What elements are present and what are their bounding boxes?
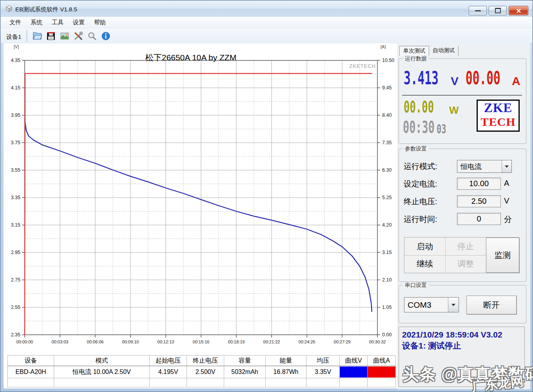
col-device: 设备 bbox=[8, 356, 54, 366]
elapsed-time-display: 00:30 bbox=[403, 118, 435, 137]
power-display: 00.00 bbox=[404, 98, 434, 116]
svg-text:3.15: 3.15 bbox=[11, 222, 20, 228]
resume-button[interactable]: 继续 bbox=[404, 255, 446, 272]
image-export-icon bbox=[60, 31, 70, 41]
col-curve-v: 曲线V bbox=[340, 356, 368, 366]
svg-text:00:03:03: 00:03:03 bbox=[52, 339, 69, 344]
cutoff-voltage-label: 终止电压: bbox=[404, 196, 437, 207]
svg-text:00:18:19: 00:18:19 bbox=[228, 339, 245, 344]
zketech-logo-line2: TECH bbox=[478, 115, 518, 129]
run-mode-value: 恒电流 bbox=[457, 160, 502, 172]
col-avg-voltage: 均压 bbox=[306, 356, 340, 366]
svg-text:00:30:32: 00:30:32 bbox=[369, 339, 386, 344]
search-button[interactable] bbox=[86, 30, 98, 42]
set-current-unit: A bbox=[504, 179, 509, 188]
set-current-label: 设定电流: bbox=[404, 179, 437, 189]
svg-text:2.35: 2.35 bbox=[11, 332, 20, 338]
svg-text:00:24:26: 00:24:26 bbox=[299, 339, 315, 344]
set-current-input[interactable]: 10.00 bbox=[457, 178, 501, 190]
svg-text:00:15:16: 00:15:16 bbox=[193, 339, 210, 344]
open-file-icon bbox=[32, 31, 42, 41]
svg-text:5.25: 5.25 bbox=[382, 195, 392, 200]
svg-text:00:21:22: 00:21:22 bbox=[263, 339, 280, 344]
menu-file[interactable]: 文件 bbox=[5, 17, 26, 28]
current-curve bbox=[25, 73, 372, 335]
close-button[interactable] bbox=[509, 6, 528, 15]
current-unit: A bbox=[512, 74, 520, 88]
cell-device: EBD-A20H bbox=[8, 366, 54, 378]
cutoff-voltage-input[interactable]: 2.50 bbox=[457, 195, 501, 207]
cutoff-voltage-unit: V bbox=[504, 196, 509, 205]
svg-text:8.40: 8.40 bbox=[382, 113, 392, 118]
monitor-button[interactable]: 监测 bbox=[486, 238, 519, 273]
run-time-row: 运行时间: 0 分 bbox=[399, 213, 526, 225]
cell-start-voltage: 4.195V bbox=[150, 366, 187, 378]
col-mode: 模式 bbox=[54, 356, 150, 366]
minimize-button[interactable] bbox=[469, 6, 487, 15]
com-port-select[interactable]: COM3 bbox=[404, 297, 459, 312]
save-button[interactable] bbox=[45, 30, 56, 42]
menu-bar: 文件 系统 工具 设置 帮助 bbox=[1, 17, 532, 28]
svg-text:3.75: 3.75 bbox=[11, 140, 20, 145]
svg-text:7.35: 7.35 bbox=[382, 140, 392, 145]
menu-system[interactable]: 系统 bbox=[26, 17, 47, 28]
device-tab[interactable]: 设备1 bbox=[6, 33, 21, 41]
run-time-input[interactable]: 0 bbox=[457, 213, 501, 225]
about-button[interactable] bbox=[100, 30, 111, 42]
run-mode-select[interactable]: 恒电流 bbox=[457, 160, 512, 173]
chevron-down-icon bbox=[505, 165, 509, 168]
save-icon bbox=[46, 31, 56, 41]
col-end-voltage: 终止电压 bbox=[187, 356, 224, 366]
run-data-separator bbox=[402, 95, 522, 96]
svg-text:3.95: 3.95 bbox=[11, 113, 20, 118]
window-controls bbox=[469, 6, 528, 15]
com-port-dropdown-button[interactable] bbox=[448, 298, 459, 312]
menu-tools[interactable]: 工具 bbox=[47, 17, 68, 28]
disconnect-button[interactable]: 断开 bbox=[466, 296, 517, 314]
chart-plot: 4.3510.504.159.453.958.403.757.353.556.3… bbox=[4, 44, 395, 352]
curve-v-color-swatch bbox=[340, 367, 367, 377]
adjust-button: 调整 bbox=[445, 255, 486, 272]
table-header-row: 设备 模式 起始电压 终止电压 容量 能量 均压 曲线V 曲线A bbox=[8, 356, 396, 366]
svg-text:9.45: 9.45 bbox=[382, 85, 392, 91]
cell-avg-voltage: 3.35V bbox=[306, 366, 340, 378]
test-mode-tabs: 单次测试 自动测试 bbox=[399, 46, 459, 56]
menu-settings[interactable]: 设置 bbox=[68, 17, 89, 28]
com-port-value: COM3 bbox=[404, 298, 448, 312]
voltage-curve bbox=[25, 120, 372, 312]
curve-a-color-swatch bbox=[368, 367, 395, 377]
chevron-down-icon bbox=[451, 304, 455, 306]
svg-text:00:09:10: 00:09:10 bbox=[122, 339, 139, 344]
right-panel: 单次测试 自动测试 运行数据 3.413 V 00.00 A 00.00 W 0… bbox=[397, 44, 530, 389]
tab-auto-test[interactable]: 自动测试 bbox=[429, 46, 459, 56]
serial-settings-label: 串口设置 bbox=[403, 282, 429, 289]
parameter-settings-label: 参数设置 bbox=[403, 145, 429, 152]
svg-text:00:06:06: 00:06:06 bbox=[87, 339, 104, 344]
start-button[interactable]: 启动 bbox=[404, 238, 446, 256]
maximize-button[interactable] bbox=[489, 6, 507, 15]
chart-panel: [V] [A] 松下26650A 10A by ZZM ZKETECH 4.35… bbox=[4, 44, 395, 352]
open-file-button[interactable] bbox=[31, 30, 43, 42]
svg-text:00:00:00: 00:00:00 bbox=[16, 339, 33, 344]
cell-end-voltage: 2.500V bbox=[187, 366, 224, 378]
tools-button[interactable] bbox=[73, 30, 84, 42]
svg-text:00:27:29: 00:27:29 bbox=[334, 339, 351, 344]
stop-button: 停止 bbox=[445, 238, 486, 256]
svg-text:4.20: 4.20 bbox=[382, 222, 392, 228]
export-image-button[interactable] bbox=[59, 30, 70, 42]
cutoff-voltage-row: 终止电压: 2.50 V bbox=[399, 195, 526, 208]
svg-text:2.55: 2.55 bbox=[11, 305, 20, 310]
svg-text:0.00: 0.00 bbox=[382, 332, 392, 338]
cell-curve-v-swatch bbox=[340, 366, 368, 378]
control-buttons: 启动 停止 继续 调整 监测 bbox=[404, 237, 519, 273]
right-axis-unit-label: [A] bbox=[381, 44, 386, 49]
tab-single-test[interactable]: 单次测试 bbox=[399, 46, 429, 56]
svg-text:6.30: 6.30 bbox=[382, 167, 392, 173]
svg-text:3.35: 3.35 bbox=[11, 195, 20, 200]
run-mode-dropdown-button[interactable] bbox=[502, 160, 511, 172]
svg-text:1.05: 1.05 bbox=[382, 305, 392, 310]
menu-help[interactable]: 帮助 bbox=[89, 17, 111, 28]
svg-text:00:12:13: 00:12:13 bbox=[158, 339, 174, 344]
run-mode-row: 运行模式: 恒电流 bbox=[399, 160, 526, 172]
cell-curve-a-swatch bbox=[368, 366, 396, 378]
